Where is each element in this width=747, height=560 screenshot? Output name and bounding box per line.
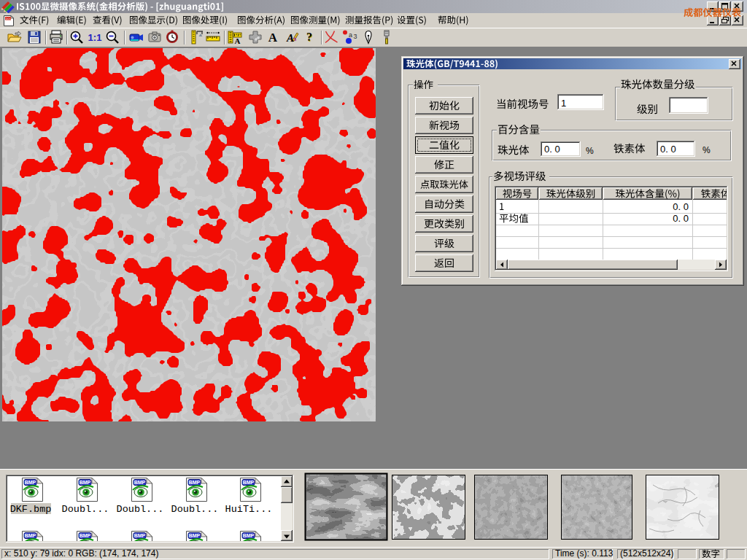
svg-text:0. 0: 0. 0 — [673, 213, 689, 224]
svg-text:a: a — [349, 31, 352, 39]
svg-text:%: % — [703, 145, 711, 155]
svg-text:1: 1 — [561, 98, 566, 109]
svg-text:Doubl...: Doubl... — [171, 504, 219, 515]
svg-text:(512x512x24): (512x512x24) — [620, 548, 673, 559]
svg-text:A: A — [286, 32, 294, 44]
svg-text:0. 0: 0. 0 — [673, 201, 689, 212]
svg-text:Doubl...: Doubl... — [117, 504, 164, 515]
svg-text:1:1: 1:1 — [88, 32, 102, 43]
svg-text:A: A — [235, 36, 241, 45]
svg-text:x: 510 y: 79 idx: 0 RGB: (17: x: 510 y: 79 idx: 0 RGB: (174, 174, 174) — [4, 548, 158, 559]
svg-text:?: ? — [306, 31, 312, 43]
svg-text:3: 3 — [354, 33, 357, 40]
svg-text:%: % — [586, 146, 594, 156]
svg-text:0. 0: 0. 0 — [544, 144, 560, 155]
svg-text:Doubl...: Doubl... — [62, 504, 109, 515]
svg-text:Time (s): 0.113: Time (s): 0.113 — [555, 548, 614, 559]
svg-text:A: A — [268, 31, 278, 44]
svg-text:0. 0: 0. 0 — [660, 144, 676, 155]
svg-text:HuiTi...: HuiTi... — [225, 504, 273, 515]
svg-text:DKF.bmp: DKF.bmp — [10, 504, 52, 515]
svg-text:DOC: DOC — [6, 18, 12, 20]
